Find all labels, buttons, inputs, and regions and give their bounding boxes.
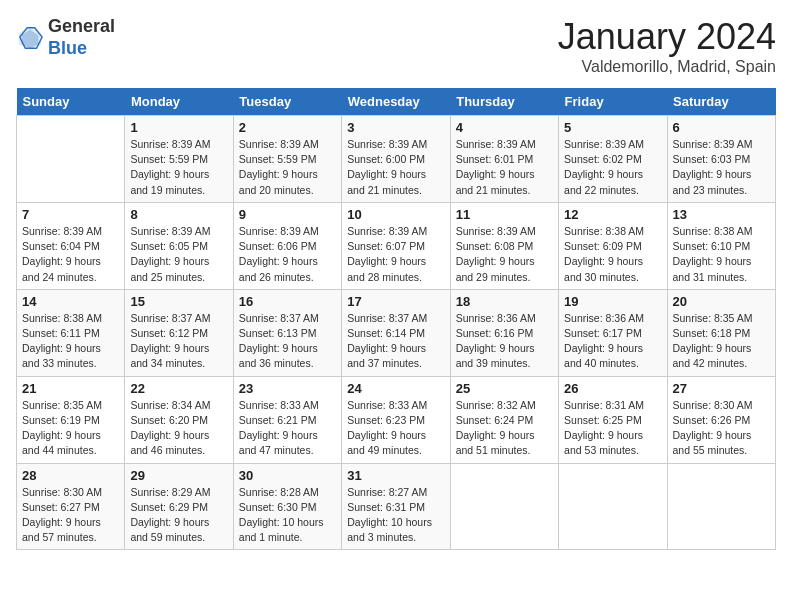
logo-icon — [16, 24, 44, 52]
day-info: Sunrise: 8:39 AM Sunset: 6:02 PM Dayligh… — [564, 137, 661, 198]
day-info: Sunrise: 8:39 AM Sunset: 5:59 PM Dayligh… — [130, 137, 227, 198]
calendar-day-cell: 19Sunrise: 8:36 AM Sunset: 6:17 PM Dayli… — [559, 289, 667, 376]
day-number: 1 — [130, 120, 227, 135]
day-number: 30 — [239, 468, 336, 483]
calendar-day-cell: 14Sunrise: 8:38 AM Sunset: 6:11 PM Dayli… — [17, 289, 125, 376]
day-info: Sunrise: 8:28 AM Sunset: 6:30 PM Dayligh… — [239, 485, 336, 546]
day-number: 22 — [130, 381, 227, 396]
logo-blue-text: Blue — [48, 38, 115, 60]
calendar-day-cell: 1Sunrise: 8:39 AM Sunset: 5:59 PM Daylig… — [125, 116, 233, 203]
calendar-day-cell: 13Sunrise: 8:38 AM Sunset: 6:10 PM Dayli… — [667, 202, 775, 289]
day-number: 4 — [456, 120, 553, 135]
weekday-header-row: SundayMondayTuesdayWednesdayThursdayFrid… — [17, 88, 776, 116]
day-info: Sunrise: 8:38 AM Sunset: 6:09 PM Dayligh… — [564, 224, 661, 285]
day-number: 10 — [347, 207, 444, 222]
day-number: 6 — [673, 120, 770, 135]
day-info: Sunrise: 8:34 AM Sunset: 6:20 PM Dayligh… — [130, 398, 227, 459]
calendar-day-cell: 22Sunrise: 8:34 AM Sunset: 6:20 PM Dayli… — [125, 376, 233, 463]
day-info: Sunrise: 8:39 AM Sunset: 6:03 PM Dayligh… — [673, 137, 770, 198]
calendar-day-cell: 16Sunrise: 8:37 AM Sunset: 6:13 PM Dayli… — [233, 289, 341, 376]
day-number: 26 — [564, 381, 661, 396]
day-number: 13 — [673, 207, 770, 222]
day-info: Sunrise: 8:39 AM Sunset: 6:05 PM Dayligh… — [130, 224, 227, 285]
day-info: Sunrise: 8:37 AM Sunset: 6:12 PM Dayligh… — [130, 311, 227, 372]
day-info: Sunrise: 8:39 AM Sunset: 6:00 PM Dayligh… — [347, 137, 444, 198]
calendar-day-cell: 15Sunrise: 8:37 AM Sunset: 6:12 PM Dayli… — [125, 289, 233, 376]
calendar-day-cell: 28Sunrise: 8:30 AM Sunset: 6:27 PM Dayli… — [17, 463, 125, 550]
day-number: 7 — [22, 207, 119, 222]
calendar-week-row: 14Sunrise: 8:38 AM Sunset: 6:11 PM Dayli… — [17, 289, 776, 376]
calendar-body: 1Sunrise: 8:39 AM Sunset: 5:59 PM Daylig… — [17, 116, 776, 550]
calendar-day-cell: 4Sunrise: 8:39 AM Sunset: 6:01 PM Daylig… — [450, 116, 558, 203]
day-info: Sunrise: 8:35 AM Sunset: 6:18 PM Dayligh… — [673, 311, 770, 372]
day-number: 17 — [347, 294, 444, 309]
day-info: Sunrise: 8:30 AM Sunset: 6:27 PM Dayligh… — [22, 485, 119, 546]
day-info: Sunrise: 8:30 AM Sunset: 6:26 PM Dayligh… — [673, 398, 770, 459]
calendar-week-row: 1Sunrise: 8:39 AM Sunset: 5:59 PM Daylig… — [17, 116, 776, 203]
day-number: 8 — [130, 207, 227, 222]
calendar-week-row: 28Sunrise: 8:30 AM Sunset: 6:27 PM Dayli… — [17, 463, 776, 550]
day-number: 14 — [22, 294, 119, 309]
day-number: 24 — [347, 381, 444, 396]
day-number: 15 — [130, 294, 227, 309]
day-number: 27 — [673, 381, 770, 396]
logo-general-text: General — [48, 16, 115, 38]
day-info: Sunrise: 8:38 AM Sunset: 6:11 PM Dayligh… — [22, 311, 119, 372]
day-info: Sunrise: 8:36 AM Sunset: 6:16 PM Dayligh… — [456, 311, 553, 372]
weekday-header-cell: Saturday — [667, 88, 775, 116]
day-info: Sunrise: 8:39 AM Sunset: 6:04 PM Dayligh… — [22, 224, 119, 285]
calendar-day-cell: 24Sunrise: 8:33 AM Sunset: 6:23 PM Dayli… — [342, 376, 450, 463]
day-number: 18 — [456, 294, 553, 309]
weekday-header-cell: Tuesday — [233, 88, 341, 116]
weekday-header-cell: Friday — [559, 88, 667, 116]
calendar-day-cell: 30Sunrise: 8:28 AM Sunset: 6:30 PM Dayli… — [233, 463, 341, 550]
day-info: Sunrise: 8:37 AM Sunset: 6:13 PM Dayligh… — [239, 311, 336, 372]
calendar-day-cell: 9Sunrise: 8:39 AM Sunset: 6:06 PM Daylig… — [233, 202, 341, 289]
calendar-day-cell: 2Sunrise: 8:39 AM Sunset: 5:59 PM Daylig… — [233, 116, 341, 203]
day-info: Sunrise: 8:36 AM Sunset: 6:17 PM Dayligh… — [564, 311, 661, 372]
calendar-day-cell: 18Sunrise: 8:36 AM Sunset: 6:16 PM Dayli… — [450, 289, 558, 376]
day-info: Sunrise: 8:29 AM Sunset: 6:29 PM Dayligh… — [130, 485, 227, 546]
calendar-day-cell: 6Sunrise: 8:39 AM Sunset: 6:03 PM Daylig… — [667, 116, 775, 203]
calendar-day-cell: 20Sunrise: 8:35 AM Sunset: 6:18 PM Dayli… — [667, 289, 775, 376]
calendar-table: SundayMondayTuesdayWednesdayThursdayFrid… — [16, 88, 776, 550]
day-number: 25 — [456, 381, 553, 396]
calendar-day-cell: 21Sunrise: 8:35 AM Sunset: 6:19 PM Dayli… — [17, 376, 125, 463]
day-info: Sunrise: 8:39 AM Sunset: 6:07 PM Dayligh… — [347, 224, 444, 285]
calendar-day-cell — [450, 463, 558, 550]
calendar-week-row: 7Sunrise: 8:39 AM Sunset: 6:04 PM Daylig… — [17, 202, 776, 289]
page-header: General Blue January 2024 Valdemorillo, … — [16, 16, 776, 76]
day-number: 2 — [239, 120, 336, 135]
day-number: 28 — [22, 468, 119, 483]
day-info: Sunrise: 8:27 AM Sunset: 6:31 PM Dayligh… — [347, 485, 444, 546]
month-title: January 2024 — [558, 16, 776, 58]
day-number: 19 — [564, 294, 661, 309]
calendar-day-cell: 25Sunrise: 8:32 AM Sunset: 6:24 PM Dayli… — [450, 376, 558, 463]
weekday-header-cell: Sunday — [17, 88, 125, 116]
day-number: 16 — [239, 294, 336, 309]
day-number: 29 — [130, 468, 227, 483]
day-info: Sunrise: 8:32 AM Sunset: 6:24 PM Dayligh… — [456, 398, 553, 459]
calendar-day-cell: 23Sunrise: 8:33 AM Sunset: 6:21 PM Dayli… — [233, 376, 341, 463]
calendar-day-cell: 7Sunrise: 8:39 AM Sunset: 6:04 PM Daylig… — [17, 202, 125, 289]
location-title: Valdemorillo, Madrid, Spain — [558, 58, 776, 76]
day-info: Sunrise: 8:33 AM Sunset: 6:23 PM Dayligh… — [347, 398, 444, 459]
day-number: 31 — [347, 468, 444, 483]
day-number: 11 — [456, 207, 553, 222]
calendar-day-cell: 10Sunrise: 8:39 AM Sunset: 6:07 PM Dayli… — [342, 202, 450, 289]
day-info: Sunrise: 8:38 AM Sunset: 6:10 PM Dayligh… — [673, 224, 770, 285]
calendar-day-cell: 3Sunrise: 8:39 AM Sunset: 6:00 PM Daylig… — [342, 116, 450, 203]
day-number: 5 — [564, 120, 661, 135]
calendar-day-cell: 11Sunrise: 8:39 AM Sunset: 6:08 PM Dayli… — [450, 202, 558, 289]
day-info: Sunrise: 8:39 AM Sunset: 5:59 PM Dayligh… — [239, 137, 336, 198]
day-info: Sunrise: 8:35 AM Sunset: 6:19 PM Dayligh… — [22, 398, 119, 459]
calendar-day-cell — [559, 463, 667, 550]
day-info: Sunrise: 8:39 AM Sunset: 6:01 PM Dayligh… — [456, 137, 553, 198]
day-number: 21 — [22, 381, 119, 396]
day-number: 20 — [673, 294, 770, 309]
day-info: Sunrise: 8:33 AM Sunset: 6:21 PM Dayligh… — [239, 398, 336, 459]
day-info: Sunrise: 8:37 AM Sunset: 6:14 PM Dayligh… — [347, 311, 444, 372]
weekday-header-cell: Wednesday — [342, 88, 450, 116]
calendar-day-cell: 31Sunrise: 8:27 AM Sunset: 6:31 PM Dayli… — [342, 463, 450, 550]
logo: General Blue — [16, 16, 115, 59]
